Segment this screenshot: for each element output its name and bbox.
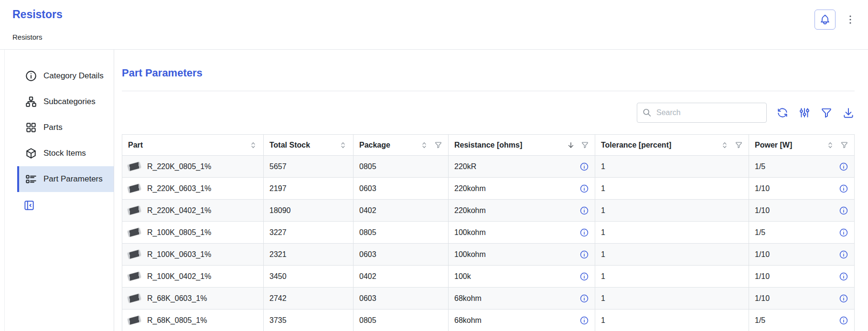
parameter-info-button[interactable] [579, 272, 589, 281]
power-cell: 1/5 [749, 156, 855, 178]
parameter-info-button[interactable] [839, 162, 848, 171]
info-circle-icon [839, 250, 848, 259]
header-actions [814, 10, 857, 30]
parameter-info-button[interactable] [839, 294, 848, 303]
sort-desc-icon[interactable] [567, 141, 575, 149]
refresh-icon [776, 107, 789, 119]
parameter-info-button[interactable] [839, 272, 848, 281]
parameter-info-button[interactable] [579, 228, 589, 237]
parameter-info-button[interactable] [579, 294, 589, 303]
kebab-menu-icon [845, 14, 856, 25]
column-header-resistance[interactable]: Resistance [ohms] [449, 135, 595, 156]
info-circle-icon [579, 228, 589, 237]
total-stock-value: 2321 [269, 250, 287, 258]
table-row[interactable]: R_68K_0805_1% 3735 0805 68kohm 1 1/5 [122, 310, 855, 331]
panel-title: Part Parameters [122, 67, 855, 79]
resistance-cell: 100k [449, 266, 595, 288]
total-stock-value: 18090 [269, 206, 291, 214]
package-cell: 0402 [354, 200, 449, 222]
column-settings-button[interactable] [798, 107, 811, 119]
bell-icon [819, 14, 831, 25]
table-row[interactable]: R_68K_0603_1% 2742 0603 68kohm 1 1/10 [122, 288, 855, 310]
column-header-total-stock[interactable]: Total Stock [264, 135, 354, 156]
part-thumbnail [128, 228, 141, 237]
package-value: 0603 [359, 294, 376, 302]
table-row[interactable]: R_220K_0603_1% 2197 0603 220kohm 1 1/10 [122, 178, 855, 200]
collapse-sidebar-icon [23, 199, 35, 212]
breadcrumb[interactable]: Resistors [12, 33, 63, 41]
power-cell: 1/10 [749, 288, 855, 310]
sort-icon[interactable] [720, 141, 729, 149]
filter-icon[interactable] [581, 141, 589, 149]
parameter-info-button[interactable] [839, 228, 848, 237]
parameter-info-button[interactable] [839, 184, 848, 193]
collapse-sidebar-button[interactable] [23, 199, 36, 212]
refresh-button[interactable] [776, 107, 789, 119]
download-button[interactable] [842, 107, 855, 119]
sort-icon[interactable] [826, 141, 835, 149]
parameter-info-button[interactable] [579, 184, 589, 193]
sort-icon[interactable] [249, 141, 257, 149]
sort-icon[interactable] [420, 141, 429, 149]
part-thumbnail [128, 272, 141, 281]
filter-button[interactable] [820, 107, 833, 119]
info-circle-icon [839, 162, 848, 171]
package-value: 0805 [359, 228, 376, 236]
page-title: Resistors [12, 8, 63, 21]
table-body: R_220K_0805_1% 5657 0805 220kR 1 1/5 [122, 156, 855, 331]
resistance-value: 100kohm [454, 228, 486, 237]
overflow-menu-button[interactable] [844, 11, 857, 28]
tolerance-cell: 1 [595, 244, 749, 266]
parameter-info-button[interactable] [579, 316, 589, 325]
table-row[interactable]: R_100K_0603_1% 2321 0603 100kohm 1 1/10 [122, 244, 855, 266]
sidebar-item-category-details[interactable]: Category Details [17, 63, 114, 89]
part-thumbnail [128, 294, 141, 303]
package-value: 0603 [359, 250, 376, 258]
search-icon [642, 108, 652, 118]
column-header-tolerance[interactable]: Tolerance [percent] [595, 135, 749, 156]
resistance-value: 100k [454, 272, 471, 281]
filter-icon[interactable] [840, 141, 848, 149]
parameter-info-button[interactable] [839, 250, 848, 259]
sidebar-item-part-parameters[interactable]: Part Parameters [17, 166, 114, 192]
tolerance-cell: 1 [595, 200, 749, 222]
sort-icon[interactable] [339, 141, 347, 149]
resistance-cell: 220kR [449, 156, 595, 178]
sidebar-item-subcategories[interactable]: Subcategories [17, 89, 114, 115]
table-row[interactable]: R_220K_0805_1% 5657 0805 220kR 1 1/5 [122, 156, 855, 178]
part-name: R_68K_0603_1% [147, 294, 207, 303]
sidebar-item-label: Category Details [43, 71, 104, 81]
tolerance-value: 1 [601, 272, 605, 280]
column-header-part[interactable]: Part [122, 135, 264, 156]
parameter-info-button[interactable] [579, 250, 589, 259]
sidebar-item-stock-items[interactable]: Stock Items [17, 140, 114, 166]
download-icon [842, 107, 855, 119]
filter-icon[interactable] [434, 141, 442, 149]
part-name: R_220K_0402_1% [147, 206, 211, 215]
parameter-info-button[interactable] [579, 206, 589, 215]
power-value: 1/10 [755, 184, 770, 193]
column-label: Part [128, 141, 143, 149]
search-input[interactable] [637, 103, 767, 123]
table-row[interactable]: R_100K_0805_1% 3227 0805 100kohm 1 1/5 [122, 222, 855, 244]
resistance-cell: 220kohm [449, 178, 595, 200]
part-cell: R_220K_0603_1% [122, 178, 264, 200]
package-value: 0603 [359, 184, 376, 192]
tolerance-cell: 1 [595, 156, 749, 178]
info-circle-icon [839, 294, 848, 303]
panel-divider [122, 91, 855, 91]
parameter-info-button[interactable] [839, 316, 848, 325]
table-row[interactable]: R_100K_0402_1% 3450 0402 100k 1 1/10 [122, 266, 855, 288]
tolerance-cell: 1 [595, 310, 749, 331]
total-stock-cell: 3735 [264, 310, 354, 331]
column-header-power[interactable]: Power [W] [749, 135, 855, 156]
parameter-info-button[interactable] [839, 206, 848, 215]
sidebar-item-parts[interactable]: Parts [17, 115, 114, 140]
notifications-button[interactable] [814, 10, 836, 30]
parameter-info-button[interactable] [579, 162, 589, 171]
part-cell: R_68K_0603_1% [122, 288, 264, 310]
table-row[interactable]: R_220K_0402_1% 18090 0402 220kohm 1 1/10 [122, 200, 855, 222]
tolerance-cell: 1 [595, 178, 749, 200]
column-header-package[interactable]: Package [354, 135, 449, 156]
filter-icon[interactable] [735, 141, 743, 149]
